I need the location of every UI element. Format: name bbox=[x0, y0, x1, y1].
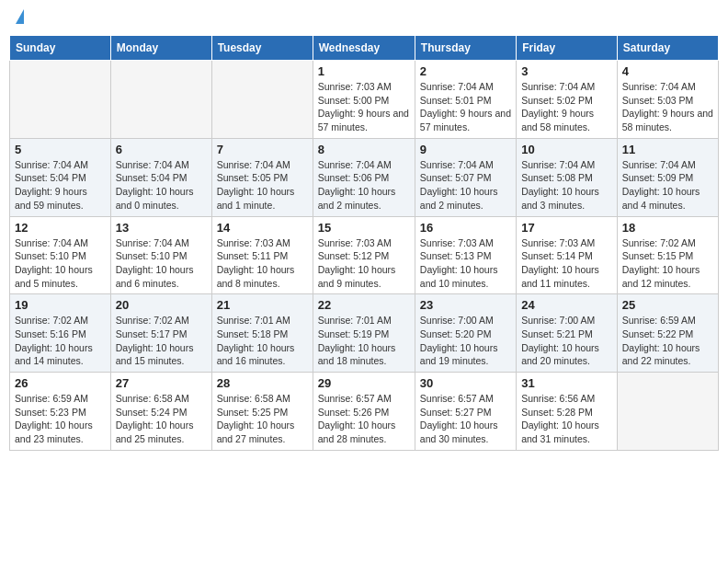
calendar-cell: 6 Sunrise: 7:04 AM Sunset: 5:04 PM Dayli… bbox=[110, 138, 211, 216]
day-info: Sunrise: 7:04 AM Sunset: 5:04 PM Dayligh… bbox=[116, 158, 207, 213]
day-info: Sunrise: 7:04 AM Sunset: 5:10 PM Dayligh… bbox=[15, 236, 106, 291]
day-number: 11 bbox=[622, 143, 713, 156]
calendar-cell: 30 Sunrise: 6:57 AM Sunset: 5:27 PM Dayl… bbox=[415, 373, 516, 451]
day-info: Sunrise: 6:57 AM Sunset: 5:26 PM Dayligh… bbox=[318, 392, 410, 446]
day-number: 14 bbox=[217, 221, 308, 235]
day-number: 28 bbox=[217, 376, 308, 390]
calendar-cell bbox=[617, 373, 718, 451]
calendar-cell: 4 Sunrise: 7:04 AM Sunset: 5:03 PM Dayli… bbox=[617, 61, 718, 139]
day-number: 15 bbox=[318, 221, 410, 235]
day-info: Sunrise: 7:04 AM Sunset: 5:02 PM Dayligh… bbox=[521, 80, 612, 134]
day-info: Sunrise: 7:04 AM Sunset: 5:03 PM Dayligh… bbox=[622, 80, 713, 134]
calendar-cell: 5 Sunrise: 7:04 AM Sunset: 5:04 PM Dayli… bbox=[10, 138, 111, 216]
calendar-cell: 17 Sunrise: 7:03 AM Sunset: 5:14 PM Dayl… bbox=[517, 216, 618, 294]
day-number: 9 bbox=[420, 143, 511, 156]
weekday-header-tuesday: Tuesday bbox=[211, 36, 313, 61]
day-info: Sunrise: 7:03 AM Sunset: 5:00 PM Dayligh… bbox=[318, 80, 410, 134]
day-info: Sunrise: 7:04 AM Sunset: 5:09 PM Dayligh… bbox=[622, 158, 713, 213]
calendar-cell: 8 Sunrise: 7:04 AM Sunset: 5:06 PM Dayli… bbox=[313, 138, 415, 216]
calendar-cell: 26 Sunrise: 6:59 AM Sunset: 5:23 PM Dayl… bbox=[10, 373, 111, 451]
day-number: 27 bbox=[116, 376, 207, 390]
calendar-cell: 14 Sunrise: 7:03 AM Sunset: 5:11 PM Dayl… bbox=[211, 216, 313, 294]
weekday-header-wednesday: Wednesday bbox=[313, 36, 415, 61]
calendar-cell: 13 Sunrise: 7:04 AM Sunset: 5:10 PM Dayl… bbox=[110, 216, 211, 294]
day-number: 1 bbox=[318, 64, 410, 78]
weekday-header-monday: Monday bbox=[110, 36, 211, 61]
day-info: Sunrise: 7:01 AM Sunset: 5:18 PM Dayligh… bbox=[217, 314, 308, 368]
logo bbox=[13, 9, 24, 28]
day-number: 13 bbox=[116, 221, 207, 235]
calendar-week-row: 26 Sunrise: 6:59 AM Sunset: 5:23 PM Dayl… bbox=[10, 373, 719, 451]
day-info: Sunrise: 6:59 AM Sunset: 5:23 PM Dayligh… bbox=[15, 392, 106, 446]
day-number: 17 bbox=[521, 221, 612, 235]
calendar-cell bbox=[211, 61, 313, 139]
calendar-cell: 15 Sunrise: 7:03 AM Sunset: 5:12 PM Dayl… bbox=[313, 216, 415, 294]
day-number: 5 bbox=[15, 143, 106, 156]
weekday-header-thursday: Thursday bbox=[415, 36, 516, 61]
calendar-cell: 24 Sunrise: 7:00 AM Sunset: 5:21 PM Dayl… bbox=[517, 294, 618, 373]
day-number: 22 bbox=[318, 298, 410, 312]
day-info: Sunrise: 7:02 AM Sunset: 5:17 PM Dayligh… bbox=[116, 314, 207, 368]
calendar-cell: 20 Sunrise: 7:02 AM Sunset: 5:17 PM Dayl… bbox=[110, 294, 211, 373]
weekday-header-sunday: Sunday bbox=[10, 36, 111, 61]
calendar-cell: 19 Sunrise: 7:02 AM Sunset: 5:16 PM Dayl… bbox=[10, 294, 111, 373]
day-number: 12 bbox=[15, 221, 106, 235]
calendar-cell: 7 Sunrise: 7:04 AM Sunset: 5:05 PM Dayli… bbox=[211, 138, 313, 216]
day-info: Sunrise: 6:57 AM Sunset: 5:27 PM Dayligh… bbox=[420, 392, 511, 446]
day-number: 31 bbox=[521, 376, 612, 390]
day-info: Sunrise: 7:04 AM Sunset: 5:07 PM Dayligh… bbox=[420, 158, 511, 213]
day-info: Sunrise: 7:00 AM Sunset: 5:21 PM Dayligh… bbox=[521, 314, 612, 368]
calendar-cell: 31 Sunrise: 6:56 AM Sunset: 5:28 PM Dayl… bbox=[517, 373, 618, 451]
day-info: Sunrise: 7:02 AM Sunset: 5:15 PM Dayligh… bbox=[622, 236, 713, 291]
calendar-cell: 3 Sunrise: 7:04 AM Sunset: 5:02 PM Dayli… bbox=[517, 61, 618, 139]
calendar-cell: 12 Sunrise: 7:04 AM Sunset: 5:10 PM Dayl… bbox=[10, 216, 111, 294]
day-info: Sunrise: 7:04 AM Sunset: 5:05 PM Dayligh… bbox=[217, 158, 308, 213]
calendar-cell: 10 Sunrise: 7:04 AM Sunset: 5:08 PM Dayl… bbox=[517, 138, 618, 216]
day-info: Sunrise: 7:04 AM Sunset: 5:06 PM Dayligh… bbox=[318, 158, 410, 213]
day-info: Sunrise: 6:56 AM Sunset: 5:28 PM Dayligh… bbox=[521, 392, 612, 446]
day-info: Sunrise: 7:03 AM Sunset: 5:11 PM Dayligh… bbox=[217, 236, 308, 291]
day-number: 23 bbox=[420, 298, 511, 312]
calendar-cell bbox=[10, 61, 111, 139]
calendar-cell: 27 Sunrise: 6:58 AM Sunset: 5:24 PM Dayl… bbox=[110, 373, 211, 451]
day-info: Sunrise: 7:03 AM Sunset: 5:13 PM Dayligh… bbox=[420, 236, 511, 291]
day-number: 4 bbox=[622, 64, 713, 78]
day-number: 29 bbox=[318, 376, 410, 390]
calendar-week-row: 5 Sunrise: 7:04 AM Sunset: 5:04 PM Dayli… bbox=[10, 138, 719, 216]
day-number: 7 bbox=[217, 143, 308, 156]
day-info: Sunrise: 7:03 AM Sunset: 5:12 PM Dayligh… bbox=[318, 236, 410, 291]
page-header bbox=[9, 9, 719, 28]
day-info: Sunrise: 7:04 AM Sunset: 5:04 PM Dayligh… bbox=[15, 158, 106, 213]
day-number: 16 bbox=[420, 221, 511, 235]
day-number: 26 bbox=[15, 376, 106, 390]
weekday-header-row: SundayMondayTuesdayWednesdayThursdayFrid… bbox=[10, 36, 719, 61]
calendar-cell: 1 Sunrise: 7:03 AM Sunset: 5:00 PM Dayli… bbox=[313, 61, 415, 139]
calendar-cell: 16 Sunrise: 7:03 AM Sunset: 5:13 PM Dayl… bbox=[415, 216, 516, 294]
day-info: Sunrise: 7:04 AM Sunset: 5:08 PM Dayligh… bbox=[521, 158, 612, 213]
calendar-cell: 25 Sunrise: 6:59 AM Sunset: 5:22 PM Dayl… bbox=[617, 294, 718, 373]
calendar-week-row: 19 Sunrise: 7:02 AM Sunset: 5:16 PM Dayl… bbox=[10, 294, 719, 373]
calendar-cell: 21 Sunrise: 7:01 AM Sunset: 5:18 PM Dayl… bbox=[211, 294, 313, 373]
day-number: 6 bbox=[116, 143, 207, 156]
calendar-cell: 2 Sunrise: 7:04 AM Sunset: 5:01 PM Dayli… bbox=[415, 61, 516, 139]
day-number: 18 bbox=[622, 221, 713, 235]
calendar-cell: 23 Sunrise: 7:00 AM Sunset: 5:20 PM Dayl… bbox=[415, 294, 516, 373]
day-info: Sunrise: 7:01 AM Sunset: 5:19 PM Dayligh… bbox=[318, 314, 410, 368]
day-number: 25 bbox=[622, 298, 713, 312]
day-info: Sunrise: 7:00 AM Sunset: 5:20 PM Dayligh… bbox=[420, 314, 511, 368]
day-info: Sunrise: 6:58 AM Sunset: 5:24 PM Dayligh… bbox=[116, 392, 207, 446]
day-info: Sunrise: 7:02 AM Sunset: 5:16 PM Dayligh… bbox=[15, 314, 106, 368]
day-number: 10 bbox=[521, 143, 612, 156]
calendar-cell: 11 Sunrise: 7:04 AM Sunset: 5:09 PM Dayl… bbox=[617, 138, 718, 216]
day-number: 3 bbox=[521, 64, 612, 78]
day-number: 24 bbox=[521, 298, 612, 312]
day-number: 19 bbox=[15, 298, 106, 312]
calendar-cell: 22 Sunrise: 7:01 AM Sunset: 5:19 PM Dayl… bbox=[313, 294, 415, 373]
logo-triangle-icon bbox=[16, 9, 24, 24]
calendar-week-row: 1 Sunrise: 7:03 AM Sunset: 5:00 PM Dayli… bbox=[10, 61, 719, 139]
day-info: Sunrise: 7:04 AM Sunset: 5:10 PM Dayligh… bbox=[116, 236, 207, 291]
calendar-cell: 29 Sunrise: 6:57 AM Sunset: 5:26 PM Dayl… bbox=[313, 373, 415, 451]
day-number: 8 bbox=[318, 143, 410, 156]
calendar-cell bbox=[110, 61, 211, 139]
day-number: 21 bbox=[217, 298, 308, 312]
